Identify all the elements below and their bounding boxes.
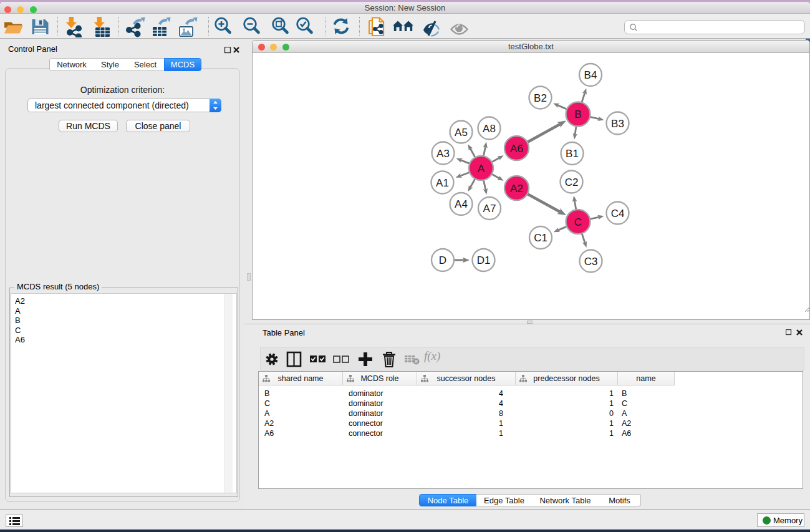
svg-text:C3: C3 [584, 256, 598, 268]
svg-text:A1: A1 [436, 177, 449, 189]
svg-text:B1: B1 [566, 148, 579, 160]
svg-text:A8: A8 [483, 123, 496, 135]
svg-text:C1: C1 [534, 232, 547, 244]
svg-text:A7: A7 [483, 203, 496, 215]
svg-text:C4: C4 [611, 208, 625, 220]
svg-text:A3: A3 [436, 148, 450, 160]
svg-text:A4: A4 [455, 198, 468, 210]
svg-text:A5: A5 [455, 127, 468, 138]
svg-text:A: A [478, 163, 485, 175]
svg-text:D1: D1 [477, 254, 491, 266]
svg-text:B: B [574, 109, 581, 120]
svg-text:B3: B3 [611, 118, 624, 130]
svg-text:C: C [574, 216, 582, 228]
svg-text:A6: A6 [510, 143, 523, 155]
svg-text:D: D [439, 254, 446, 266]
svg-text:B2: B2 [534, 92, 547, 104]
svg-text:B4: B4 [584, 69, 597, 81]
svg-text:A2: A2 [510, 183, 523, 195]
svg-text:C2: C2 [565, 177, 579, 188]
